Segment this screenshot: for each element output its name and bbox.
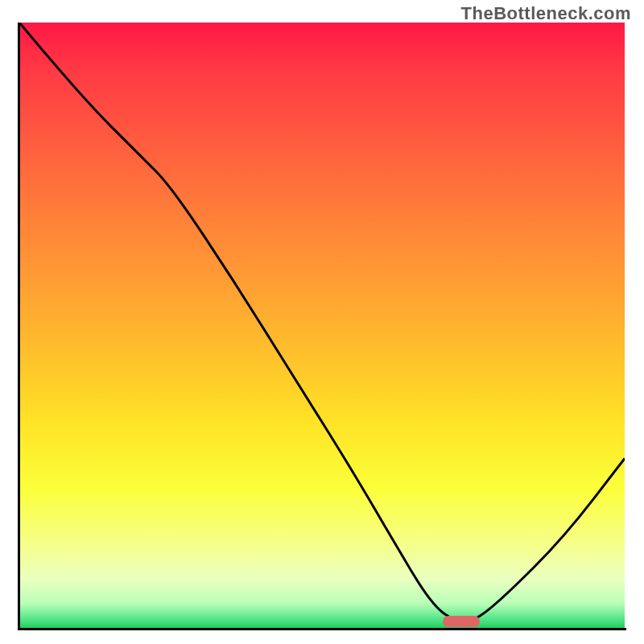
curve-path	[19, 23, 625, 621]
x-axis-line	[18, 628, 626, 630]
bottleneck-curve	[19, 23, 625, 628]
optimal-marker	[443, 616, 479, 627]
watermark-text: TheBottleneck.com	[461, 3, 631, 24]
